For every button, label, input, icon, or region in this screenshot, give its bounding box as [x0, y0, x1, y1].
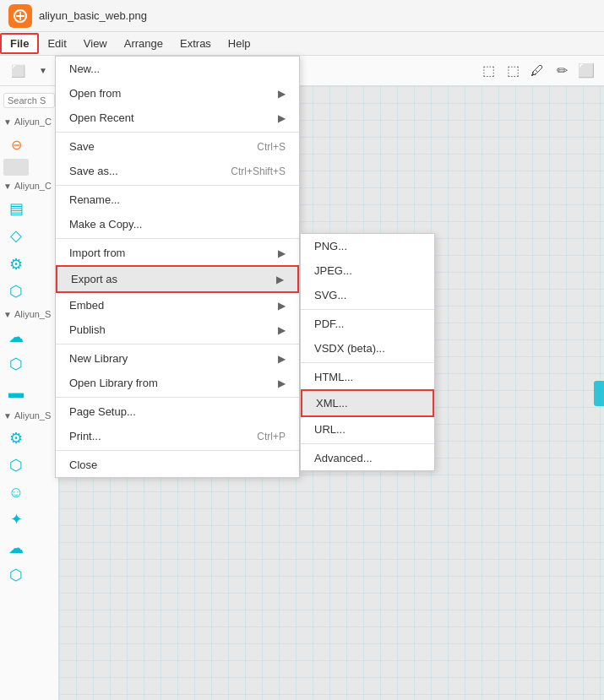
- sidebar-section-2[interactable]: ▼ Aliyun_C: [3, 179, 55, 193]
- menu-item-open-recent[interactable]: Open Recent ▶: [56, 106, 299, 130]
- sep-6: [56, 450, 299, 451]
- export-xml[interactable]: XML...: [301, 389, 434, 417]
- sidebar-icon-4b[interactable]: ⬡: [3, 351, 29, 377]
- export-svg[interactable]: SVG...: [301, 283, 434, 307]
- alibaba-cloud-icon: ⊖: [11, 137, 22, 153]
- toolbar-icon-1[interactable]: ⬚: [477, 60, 499, 82]
- menu-item-save-as[interactable]: Save as... Ctrl+Shift+S: [56, 159, 299, 183]
- embed-arrow: ▶: [278, 300, 286, 312]
- menu-item-new-library[interactable]: New Library ▶: [56, 346, 299, 371]
- scroll-indicator[interactable]: [594, 381, 604, 406]
- sidebar-icon-6c[interactable]: ☺: [3, 480, 29, 505]
- sidebar-icon-7a[interactable]: ☁: [3, 535, 29, 561]
- window-title: aliyun_basic_web.png: [39, 9, 147, 22]
- section-1-arrow: ▼: [3, 117, 12, 127]
- export-jpeg[interactable]: JPEG...: [301, 258, 434, 283]
- menu-item-file[interactable]: File: [0, 33, 39, 54]
- rect-icon: ▬: [8, 384, 24, 402]
- menu-item-save[interactable]: Save Ctrl+S: [56, 134, 299, 159]
- menu-item-open-library[interactable]: Open Library from ▶: [56, 371, 299, 395]
- gear-icon: ⚙: [9, 255, 23, 274]
- menu-item-embed[interactable]: Embed ▶: [56, 293, 299, 317]
- sidebar-icon-2b[interactable]: ◇: [3, 223, 29, 248]
- menu-item-open-from[interactable]: Open from ▶: [56, 81, 299, 106]
- cog-icon: ⚙: [9, 429, 23, 448]
- sidebar-icon-6a[interactable]: ⚙: [3, 426, 29, 451]
- sidebar-icon-5a[interactable]: ▬: [3, 380, 29, 405]
- user-icon: ☺: [8, 484, 24, 502]
- app-icon: [8, 4, 32, 28]
- toolbar-icon-5[interactable]: ⬜: [575, 60, 597, 82]
- menu-item-page-setup[interactable]: Page Setup...: [56, 399, 299, 424]
- box-icon: ⬡: [9, 282, 23, 301]
- sidebar-icons-5: ▬: [3, 380, 55, 405]
- panel-toggle-arrow[interactable]: ▼: [32, 60, 54, 82]
- open-library-arrow: ▶: [278, 377, 286, 389]
- export-pdf[interactable]: PDF...: [301, 312, 434, 336]
- export-advanced[interactable]: Advanced...: [301, 446, 434, 470]
- sidebar-section-4[interactable]: ▼ Aliyun_S: [3, 409, 55, 422]
- sidebar-icons-7: ☁ ⬡: [3, 535, 55, 588]
- database-icon: ▤: [9, 199, 24, 218]
- export-vsdx[interactable]: VSDX (beta)...: [301, 336, 434, 361]
- toolbar-right: ⬚ ⬚ 🖊 ✏ ⬜: [477, 60, 597, 82]
- network-icon: ⬡: [9, 456, 23, 475]
- export-html[interactable]: HTML...: [301, 365, 434, 389]
- menu-item-make-copy[interactable]: Make a Copy...: [56, 212, 299, 236]
- sidebar-icon-6b[interactable]: ⬡: [3, 453, 29, 478]
- open-from-arrow: ▶: [278, 88, 286, 100]
- sidebar-icon-2a[interactable]: ▤: [3, 196, 29, 221]
- sidebar-icon-6d[interactable]: ✦: [3, 507, 29, 532]
- menu-item-export-as[interactable]: Export as ▶: [56, 265, 299, 293]
- sidebar-icon-1a[interactable]: ⊖: [3, 132, 29, 157]
- sidebar-icons-6: ⚙ ⬡ ☺ ✦: [3, 426, 55, 532]
- sidebar-section-3[interactable]: ▼ Aliyun_S: [3, 307, 55, 321]
- section-3-label: Aliyun_S: [14, 309, 51, 319]
- sep-4: [56, 344, 299, 345]
- menu-item-arrange[interactable]: Arrange: [116, 35, 171, 52]
- section-2-arrow: ▼: [3, 182, 12, 191]
- sidebar-icon-4a[interactable]: ☁: [3, 324, 29, 350]
- toolbar-icon-2[interactable]: ⬚: [502, 60, 524, 82]
- sidebar-icons-2: ▤ ◇: [3, 196, 55, 248]
- export-sep-2: [301, 362, 434, 363]
- cloud2-icon: ☁: [8, 539, 24, 557]
- sidebar-icons-4: ☁ ⬡: [3, 324, 55, 377]
- sep-5: [56, 397, 299, 398]
- menu-item-publish[interactable]: Publish ▶: [56, 317, 299, 342]
- menu-item-extras[interactable]: Extras: [171, 35, 220, 52]
- title-bar: aliyun_basic_web.png: [0, 0, 604, 32]
- sidebar-icons-1: ⊖: [3, 132, 55, 176]
- export-submenu[interactable]: PNG... JPEG... SVG... PDF... VSDX (beta)…: [300, 233, 435, 471]
- section-1-label: Aliyun_C: [14, 117, 52, 127]
- export-as-arrow: ▶: [276, 274, 284, 285]
- cube-icon: ⬡: [9, 355, 23, 373]
- file-menu-dropdown[interactable]: New... Open from ▶ Open Recent ▶ Save Ct…: [55, 56, 300, 478]
- sep-2: [56, 185, 299, 186]
- export-png[interactable]: PNG...: [301, 234, 434, 258]
- sidebar-thumbnail-1: [3, 159, 29, 176]
- new-library-arrow: ▶: [278, 353, 286, 365]
- sep-1: [56, 132, 299, 133]
- export-url[interactable]: URL...: [301, 417, 434, 442]
- sidebar-section-1[interactable]: ▼ Aliyun_C: [3, 115, 55, 128]
- sidebar-icon-3b[interactable]: ⬡: [3, 279, 29, 304]
- section-4-label: Aliyun_S: [14, 410, 51, 421]
- toolbar-icon-4[interactable]: ✏: [551, 60, 573, 82]
- menu-item-help[interactable]: Help: [220, 35, 259, 52]
- sidebar: ▼ Aliyun_C ⊖ ▼ Aliyun_C ▤ ◇ ⚙: [0, 86, 59, 700]
- menu-item-rename[interactable]: Rename...: [56, 187, 299, 212]
- cloud-icon: ☁: [8, 328, 24, 346]
- search-input[interactable]: [3, 93, 55, 108]
- sidebar-icon-7b[interactable]: ⬡: [3, 562, 29, 588]
- sidebar-icon-3a[interactable]: ⚙: [3, 252, 29, 277]
- diamond-icon: ◇: [10, 226, 22, 245]
- menu-item-close[interactable]: Close: [56, 453, 299, 477]
- menu-item-view[interactable]: View: [75, 35, 116, 52]
- menu-item-print[interactable]: Print... Ctrl+P: [56, 424, 299, 448]
- menu-item-edit[interactable]: Edit: [39, 35, 74, 52]
- menu-item-import-from[interactable]: Import from ▶: [56, 241, 299, 265]
- menu-item-new[interactable]: New...: [56, 57, 299, 81]
- panel-toggle-button[interactable]: ⬜: [7, 60, 29, 82]
- toolbar-icon-3[interactable]: 🖊: [526, 60, 548, 82]
